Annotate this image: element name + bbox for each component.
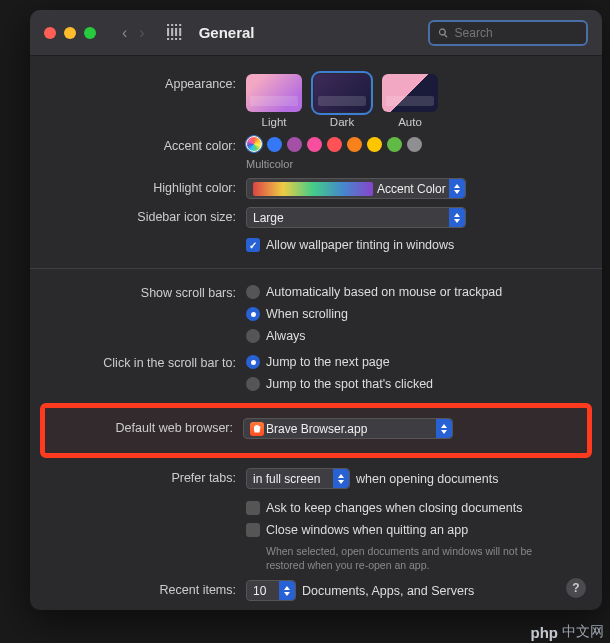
browser-label: Default web browser: [53,418,243,435]
accent-red[interactable] [327,137,342,152]
help-button[interactable]: ? [566,578,586,598]
tabs-row: Prefer tabs: in full screen when opening… [48,464,584,576]
close-quit-hint: When selected, open documents and window… [246,545,566,572]
recent-row: Recent items: 10 Documents, Apps, and Se… [48,576,584,610]
scroll-auto-radio[interactable] [246,285,260,299]
tabs-select[interactable]: in full screen [246,468,350,489]
accent-pink[interactable] [307,137,322,152]
appearance-row: Appearance: Light Dark Auto [48,70,584,132]
brave-icon [250,422,264,436]
browser-select[interactable]: Brave Browser.app [243,418,453,439]
scroll-when-radio[interactable] [246,307,260,321]
wallpaper-tint-label: Allow wallpaper tinting in windows [266,238,454,252]
close-icon[interactable] [44,27,56,39]
zoom-icon[interactable] [84,27,96,39]
accent-graphite[interactable] [407,137,422,152]
recent-label: Recent items: [48,580,246,597]
chevron-updown-icon [333,469,349,488]
nav-arrows: ‹ › [118,22,149,44]
search-icon [438,27,449,39]
accent-swatches [246,136,584,152]
tabs-suffix: when opening documents [356,472,498,486]
dark-preview-icon [314,74,370,112]
chevron-updown-icon [436,419,452,438]
jump-spot-radio[interactable] [246,377,260,391]
search-input[interactable] [455,26,578,40]
minimize-icon[interactable] [64,27,76,39]
wallpaper-tint-checkbox[interactable] [246,238,260,252]
chevron-updown-icon [449,208,465,227]
ask-keep-checkbox[interactable] [246,501,260,515]
accent-sublabel: Multicolor [246,158,584,170]
highlight-row: Highlight color: Accent Color [48,174,584,203]
accent-blue[interactable] [267,137,282,152]
highlighted-section: Default web browser: Brave Browser.app [40,403,592,458]
appearance-label: Appearance: [48,74,246,91]
close-quit-checkbox[interactable] [246,523,260,537]
accent-orange[interactable] [347,137,362,152]
divider [30,268,602,269]
appearance-auto[interactable]: Auto [382,74,438,128]
scrollbars-row: Show scroll bars: Automatically based on… [48,279,584,349]
tabs-label: Prefer tabs: [48,468,246,485]
back-button[interactable]: ‹ [118,22,131,44]
accent-multicolor[interactable] [246,136,262,152]
scroll-always-radio[interactable] [246,329,260,343]
light-preview-icon [246,74,302,112]
sidebar-size-label: Sidebar icon size: [48,207,246,224]
accent-green[interactable] [387,137,402,152]
accent-yellow[interactable] [367,137,382,152]
highlight-select[interactable]: Accent Color [246,178,466,199]
toolbar: ‹ › ⠿⠿⠿⠿ General [30,10,602,56]
chevron-updown-icon [279,581,295,600]
appearance-light[interactable]: Light [246,74,302,128]
search-field[interactable] [428,20,588,46]
recent-select[interactable]: 10 [246,580,296,601]
jump-page-radio[interactable] [246,355,260,369]
show-all-button[interactable]: ⠿⠿⠿⠿ [165,27,181,39]
forward-button[interactable]: › [135,22,148,44]
auto-preview-icon [382,74,438,112]
recent-suffix: Documents, Apps, and Servers [302,584,474,598]
highlight-label: Highlight color: [48,178,246,195]
window-title: General [199,24,255,41]
chevron-updown-icon [449,179,465,198]
appearance-dark[interactable]: Dark [314,74,370,128]
sidebar-size-select[interactable]: Large [246,207,466,228]
click-scroll-label: Click in the scroll bar to: [48,353,246,370]
accent-purple[interactable] [287,137,302,152]
scrollbars-label: Show scroll bars: [48,283,246,300]
accent-label: Accent color: [48,136,246,153]
preferences-window: ‹ › ⠿⠿⠿⠿ General Appearance: Light Dark [30,10,602,610]
browser-row: Default web browser: Brave Browser.app [53,418,579,439]
ask-keep-label: Ask to keep changes when closing documen… [266,501,522,515]
gradient-icon [253,182,373,196]
accent-row: Accent color: Multicolor [48,132,584,174]
close-quit-label: Close windows when quitting an app [266,523,468,537]
click-scroll-row: Click in the scroll bar to: Jump to the … [48,349,584,397]
window-controls [44,27,96,39]
content: Appearance: Light Dark Auto [30,56,602,610]
sidebar-size-row: Sidebar icon size: Large Allow wallpaper… [48,203,584,258]
watermark: php 中文网 [531,623,605,641]
